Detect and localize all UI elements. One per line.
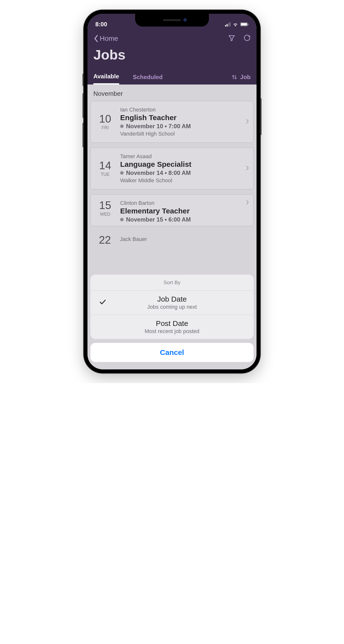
volume-down-button — [83, 123, 84, 147]
refresh-button[interactable] — [243, 34, 251, 43]
sort-sheet: Sort By Job Date Jobs coming up next Pos… — [90, 274, 254, 339]
sheet-option-title: Post Date — [100, 319, 244, 328]
screen: 8:00 Home — [88, 14, 256, 370]
back-label: Home — [100, 35, 118, 42]
filter-icon — [228, 34, 235, 42]
wifi-icon — [232, 22, 238, 27]
back-button[interactable]: Home — [93, 35, 118, 42]
status-right — [225, 22, 249, 27]
sheet-title: Sort By — [90, 274, 254, 290]
job-when-text: November 10 • 7:00 AM — [126, 123, 191, 130]
job-list: November 10 FRI Ian Chesterton English T… — [88, 84, 256, 245]
job-location: Walker Middle School — [120, 177, 241, 184]
sheet-option-title: Job Date — [100, 295, 244, 303]
job-when: November 14 • 8:00 AM — [120, 170, 241, 176]
sheet-option-subtitle: Jobs coming up next — [100, 304, 244, 310]
job-day-number: 15 — [95, 200, 115, 211]
action-sheet: Sort By Job Date Jobs coming up next Pos… — [88, 274, 256, 370]
job-day-of-week: FRI — [95, 125, 115, 130]
job-person: Ian Chesterton — [120, 106, 241, 113]
job-role: Language Specialist — [120, 160, 241, 168]
month-header: November — [88, 84, 256, 101]
sort-label: Job — [240, 74, 251, 80]
sheet-option-subtitle: Most recent job posted — [100, 328, 244, 334]
svg-rect-2 — [248, 24, 248, 25]
job-day-number: 14 — [95, 160, 115, 171]
job-date: 14 TUE — [95, 160, 115, 177]
filter-button[interactable] — [228, 34, 235, 43]
status-dot-icon — [120, 124, 124, 128]
job-when: November 15 • 6:00 AM — [120, 216, 241, 223]
job-location: Vanderbilt High School — [120, 131, 241, 137]
sort-button[interactable]: Job — [232, 70, 251, 84]
cancel-button[interactable]: Cancel — [90, 343, 254, 362]
nav-bar: Home — [88, 30, 256, 45]
job-when: November 10 • 7:00 AM — [120, 123, 241, 130]
job-day-of-week: TUE — [95, 172, 115, 177]
chevron-right-icon — [246, 166, 249, 172]
phone-frame: 8:00 Home — [84, 10, 260, 373]
job-date: 10 FRI — [95, 114, 115, 130]
job-person: Clinton Barton — [120, 200, 241, 206]
front-camera — [183, 18, 187, 22]
job-card[interactable]: 10 FRI Ian Chesterton English Teacher No… — [90, 101, 254, 143]
status-dot-icon — [120, 218, 124, 221]
page-title: Jobs — [88, 45, 256, 70]
battery-icon — [240, 22, 249, 26]
job-role: English Teacher — [120, 114, 241, 122]
checkmark-icon — [99, 298, 106, 307]
job-day-of-week: WED — [95, 212, 115, 217]
chevron-right-icon — [246, 119, 249, 125]
sort-option-post-date[interactable]: Post Date Most recent job posted — [90, 315, 254, 339]
tab-available[interactable]: Available — [93, 70, 119, 84]
tab-scheduled[interactable]: Scheduled — [133, 70, 163, 84]
job-card-partial[interactable]: 22 Jack Bauer — [88, 231, 256, 245]
signal-icon — [225, 22, 230, 26]
side-button — [83, 74, 84, 86]
job-person: Jack Bauer — [120, 234, 147, 242]
job-date: 15 WED — [95, 200, 115, 226]
tab-bar: Available Scheduled Job — [88, 70, 256, 84]
chevron-right-icon — [246, 200, 249, 226]
svg-rect-1 — [241, 23, 247, 26]
refresh-icon — [243, 34, 251, 42]
job-card[interactable]: 15 WED Clinton Barton Elementary Teacher… — [90, 194, 254, 226]
job-when-text: November 14 • 8:00 AM — [126, 170, 191, 176]
job-day-number: 22 — [95, 234, 115, 245]
status-time: 8:00 — [95, 21, 107, 28]
volume-up-button — [83, 93, 84, 118]
sort-icon — [232, 74, 237, 80]
status-dot-icon — [120, 171, 124, 175]
job-day-number: 10 — [95, 114, 115, 124]
speaker — [163, 19, 181, 21]
notch — [135, 14, 209, 26]
chevron-left-icon — [93, 35, 99, 42]
job-card[interactable]: 14 TUE Tamer Asaad Language Specialist N… — [90, 148, 254, 189]
job-role: Elementary Teacher — [120, 207, 241, 215]
job-person: Tamer Asaad — [120, 153, 241, 160]
job-when-text: November 15 • 6:00 AM — [126, 216, 191, 223]
sort-option-job-date[interactable]: Job Date Jobs coming up next — [90, 290, 254, 315]
power-button — [260, 98, 261, 135]
